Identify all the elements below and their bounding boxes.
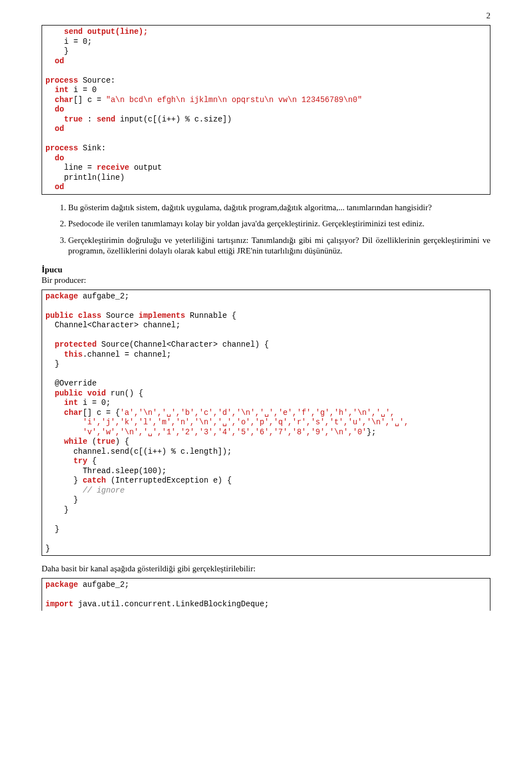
- code-text: i = 0;: [45, 37, 92, 46]
- code-text: true: [45, 115, 83, 124]
- code-text: }: [45, 359, 59, 368]
- code-text: line =: [45, 163, 96, 172]
- code-text: }: [45, 505, 69, 514]
- code-text: od: [45, 57, 64, 65]
- code-text: i = 0;: [78, 398, 111, 407]
- code-text: Source:: [78, 76, 115, 85]
- code-text: package: [45, 292, 78, 301]
- question-1: Bu gösterim dağıtık sistem, dağıtık uygu…: [68, 202, 490, 214]
- code-text: channel.send(c[(i++) % c.length]);: [45, 447, 232, 456]
- code-text: output: [129, 163, 162, 172]
- code-text: protected: [45, 340, 96, 349]
- code-text: od: [45, 124, 64, 133]
- hint-heading: İpucu: [42, 265, 490, 276]
- code-text: }: [45, 47, 69, 55]
- code-text: {: [88, 457, 97, 465]
- code-text: process: [45, 144, 78, 153]
- code-text: 'v','w','\n','␣','1','2','3','4','5','6'…: [45, 428, 367, 437]
- code-text: }: [45, 476, 83, 485]
- page: 2 send output(line); i = 0; } od process…: [0, 0, 532, 633]
- code-text: int: [45, 85, 69, 94]
- code-text: this: [45, 350, 83, 359]
- code-text: process: [45, 76, 78, 85]
- code-3: package aufgabe_2; import java.util.conc…: [45, 580, 487, 610]
- code-box-2: package aufgabe_2; public class Source i…: [42, 290, 490, 556]
- code-1: send output(line); i = 0; } od process S…: [45, 27, 487, 192]
- code-text: send output(line);: [45, 27, 148, 36]
- code-box-1: send output(line); i = 0; } od process S…: [42, 25, 490, 195]
- code-text: receive: [96, 163, 129, 172]
- code-text: println(line): [45, 173, 125, 182]
- code-text: Source: [101, 311, 139, 320]
- code-text: 'i','j','k','l','m','n','\n','␣','o','p'…: [45, 418, 408, 427]
- code-text: aufgabe_2;: [78, 292, 129, 301]
- code-text: [] c = {: [83, 408, 120, 417]
- code-text: Sink:: [78, 144, 106, 153]
- code-text: .channel = channel;: [83, 350, 171, 359]
- code-text: ) {: [115, 437, 129, 446]
- after-text: Daha basit bir kanal aşağıda gösterildiğ…: [42, 564, 490, 575]
- question-2: Psedocode ile verilen tanımlamayı kolay …: [68, 219, 490, 230]
- code-box-3: package aufgabe_2; import java.util.conc…: [42, 578, 490, 611]
- code-text: [45, 486, 83, 495]
- code-text: [] c =: [73, 95, 106, 104]
- code-text: try: [45, 457, 88, 465]
- code-text: (: [88, 437, 97, 446]
- questions-list: Bu gösterim dağıtık sistem, dağıtık uygu…: [42, 202, 490, 257]
- code-text: 'a','\n','␣','b','c','d','\n','␣','e','f…: [120, 408, 395, 417]
- code-text: (InterruptedException e) {: [106, 476, 232, 485]
- code-text: true: [96, 437, 115, 446]
- code-text: public void: [45, 389, 106, 398]
- code-text: do: [45, 105, 64, 114]
- code-text: while: [45, 437, 88, 446]
- code-text: implements: [139, 311, 185, 320]
- code-2: package aufgabe_2; public class Source i…: [45, 292, 487, 554]
- code-text: @Override: [45, 379, 96, 388]
- code-text: send: [96, 115, 115, 124]
- code-text: };: [367, 428, 376, 437]
- code-text: }: [45, 495, 78, 504]
- producer-label: Bir producer:: [42, 275, 490, 286]
- code-text: import: [45, 600, 73, 608]
- code-text: input(c[(i++) % c.size]): [115, 115, 232, 124]
- code-text: }: [45, 525, 59, 534]
- code-text: char: [45, 95, 73, 104]
- code-text: "a\n bcd\n efgh\n ijklmn\n opqrstu\n vw\…: [106, 95, 362, 104]
- code-text: Thread.sleep(100);: [45, 466, 166, 475]
- code-text: // ignore: [83, 486, 125, 495]
- code-text: :: [83, 115, 96, 124]
- code-text: int: [45, 398, 78, 407]
- code-text: Runnable {: [185, 311, 236, 320]
- code-text: public class: [45, 311, 101, 320]
- code-text: do: [45, 154, 64, 163]
- question-3: Gerçekleştirimin doğruluğu ve yeterliliğ…: [68, 235, 490, 257]
- code-text: package: [45, 580, 78, 589]
- page-number: 2: [42, 11, 490, 21]
- code-text: }: [45, 544, 50, 553]
- code-text: od: [45, 182, 64, 191]
- code-text: run() {: [106, 389, 143, 398]
- code-text: Source(Channel<Character> channel) {: [96, 340, 269, 349]
- code-text: aufgabe_2;: [78, 580, 129, 589]
- code-text: java.util.concurrent.LinkedBlockingDeque…: [73, 600, 269, 608]
- code-text: i = 0: [69, 85, 96, 94]
- code-text: char: [45, 408, 83, 417]
- code-text: Channel<Character> channel;: [45, 321, 181, 329]
- code-text: catch: [83, 476, 106, 485]
